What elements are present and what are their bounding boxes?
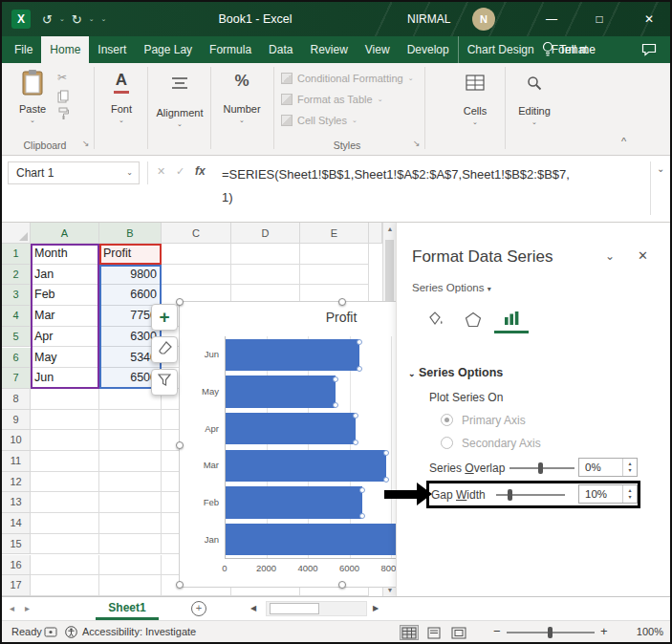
column-header-E[interactable]: E	[300, 223, 369, 244]
bar-Apr[interactable]	[225, 413, 356, 445]
primary-axis-radio[interactable]	[441, 414, 453, 426]
tab-formula[interactable]: Formula	[201, 36, 260, 63]
tab-develop[interactable]: Develop	[399, 36, 458, 63]
gap-width-thumb[interactable]	[508, 489, 512, 501]
cell-A8[interactable]	[31, 389, 99, 410]
bar-May[interactable]	[225, 376, 336, 408]
pane-caret-icon[interactable]: ⌄	[605, 249, 615, 263]
cell-A2[interactable]: Jan	[31, 265, 99, 286]
bar-Jun[interactable]	[225, 339, 359, 372]
chart-styles-button[interactable]	[151, 336, 178, 363]
expand-formula-bar-icon[interactable]: ⌄	[657, 163, 664, 174]
copy-icon[interactable]	[57, 90, 69, 107]
cell-A5[interactable]: Apr	[31, 327, 99, 348]
tab-file[interactable]: File	[6, 36, 41, 63]
tab-chart-design[interactable]: Chart Design	[458, 36, 543, 63]
formula-input[interactable]: =SERIES(Sheet1!$B$1,Sheet1!$A$2:$A$7,She…	[222, 163, 574, 209]
gap-spin-up-icon[interactable]: ▴	[628, 487, 631, 494]
customize-qat-icon[interactable]: ⌄	[101, 15, 107, 23]
series-overlap-slider[interactable]	[509, 467, 574, 469]
select-all-corner[interactable]	[2, 223, 31, 244]
conditional-formatting-button[interactable]: Conditional Formatting⌄	[281, 73, 414, 84]
secondary-axis-label[interactable]: Secondary Axis	[462, 437, 541, 450]
close-button[interactable]: ✕	[633, 2, 665, 36]
row-header-7[interactable]: 7	[2, 368, 31, 389]
row-header-5[interactable]: 5	[2, 327, 31, 348]
fill-and-line-tab[interactable]	[418, 305, 452, 333]
cell-B3[interactable]: 6600	[99, 285, 162, 306]
account-name[interactable]: NIRMAL	[407, 2, 450, 36]
overlap-spin-up-icon[interactable]: ▴	[628, 461, 631, 467]
column-header-D[interactable]: D	[231, 223, 300, 244]
series-options-section[interactable]: ⌄ Series Options	[408, 366, 503, 379]
sheet-nav-left-icon[interactable]: ◂	[10, 597, 14, 620]
font-group-button[interactable]: A Font ⌄	[98, 71, 145, 124]
name-box-caret-icon[interactable]: ⌄	[126, 162, 133, 183]
page-layout-view-icon[interactable]	[424, 625, 444, 640]
scroll-down-icon[interactable]: ▼	[383, 587, 397, 593]
row-header-14[interactable]: 14	[2, 513, 31, 534]
tab-home[interactable]: Home	[41, 36, 89, 63]
horizontal-scrollbar[interactable]	[266, 601, 367, 616]
horizontal-scrollbar-thumb[interactable]	[270, 603, 319, 614]
cell-D1[interactable]	[231, 244, 300, 265]
normal-view-icon[interactable]	[400, 625, 419, 640]
cell-A11[interactable]	[31, 451, 99, 472]
hscroll-right-icon[interactable]: ▶	[373, 597, 379, 620]
row-header-1[interactable]: 1	[2, 244, 31, 265]
number-group-button[interactable]: % Number ⌄	[214, 71, 270, 124]
pane-close-icon[interactable]: ✕	[638, 248, 648, 263]
cell-D2[interactable]	[231, 265, 300, 286]
gap-width-spinner[interactable]: 10% ▴▾	[578, 484, 638, 504]
comment-icon[interactable]	[641, 43, 657, 60]
cell-C2[interactable]	[162, 265, 231, 286]
cell-A14[interactable]	[31, 513, 99, 534]
insert-function-icon[interactable]: fx	[195, 164, 206, 178]
cell-C1[interactable]	[162, 244, 231, 265]
bar-Feb[interactable]	[225, 486, 362, 519]
column-header-A[interactable]: A	[31, 223, 99, 244]
column-header-B[interactable]: B	[99, 223, 162, 244]
accessibility-status[interactable]: Accessibility: Investigate	[82, 621, 196, 642]
row-header-11[interactable]: 11	[2, 451, 31, 472]
zoom-slider-thumb[interactable]	[548, 627, 553, 638]
cell-styles-button[interactable]: Cell Styles⌄	[281, 115, 358, 126]
tab-review[interactable]: Review	[301, 36, 356, 63]
redo-caret-icon[interactable]: ⌄	[89, 15, 95, 23]
row-header-10[interactable]: 10	[2, 430, 31, 451]
cell-A13[interactable]	[31, 492, 99, 513]
format-painter-icon[interactable]	[57, 107, 69, 124]
format-as-table-button[interactable]: Format as Table⌄	[281, 94, 383, 105]
primary-axis-label[interactable]: Primary Axis	[462, 414, 526, 427]
tab-view[interactable]: View	[357, 36, 399, 63]
cell-A12[interactable]	[31, 472, 99, 493]
row-header-3[interactable]: 3	[2, 285, 31, 306]
styles-dialog-launcher-icon[interactable]: ↘	[413, 139, 421, 148]
cell-B11[interactable]	[99, 451, 162, 472]
series-options-tab[interactable]	[494, 305, 529, 333]
row-header-17[interactable]: 17	[2, 575, 31, 596]
macro-record-icon[interactable]	[44, 627, 57, 639]
cell-A1[interactable]: Month	[31, 244, 99, 265]
cell-A3[interactable]: Feb	[31, 285, 99, 306]
row-header-8[interactable]: 8	[2, 389, 31, 410]
zoom-in-icon[interactable]: +	[600, 621, 608, 642]
cell-E2[interactable]	[300, 265, 369, 286]
chart-filters-button[interactable]	[151, 369, 178, 396]
sheet-tab-sheet1[interactable]: Sheet1	[96, 597, 159, 620]
accessibility-icon[interactable]	[65, 626, 77, 640]
tab-data[interactable]: Data	[260, 36, 301, 63]
page-break-preview-icon[interactable]	[449, 625, 468, 640]
sheet-nav-right-icon[interactable]: ▸	[25, 597, 30, 620]
paste-button[interactable]: Paste ⌄	[13, 69, 52, 124]
effects-tab[interactable]	[456, 305, 490, 333]
alignment-group-button[interactable]: Alignment ⌄	[151, 71, 208, 128]
enter-formula-icon[interactable]: ✓	[176, 165, 184, 178]
cell-B17[interactable]	[99, 575, 162, 596]
zoom-out-icon[interactable]: −	[493, 621, 501, 642]
redo-icon[interactable]: ↻	[72, 12, 82, 27]
editing-group-button[interactable]: Editing ⌄	[509, 71, 560, 126]
new-sheet-icon[interactable]: +	[191, 601, 206, 616]
row-header-16[interactable]: 16	[2, 555, 31, 576]
gap-width-slider[interactable]	[496, 494, 565, 496]
